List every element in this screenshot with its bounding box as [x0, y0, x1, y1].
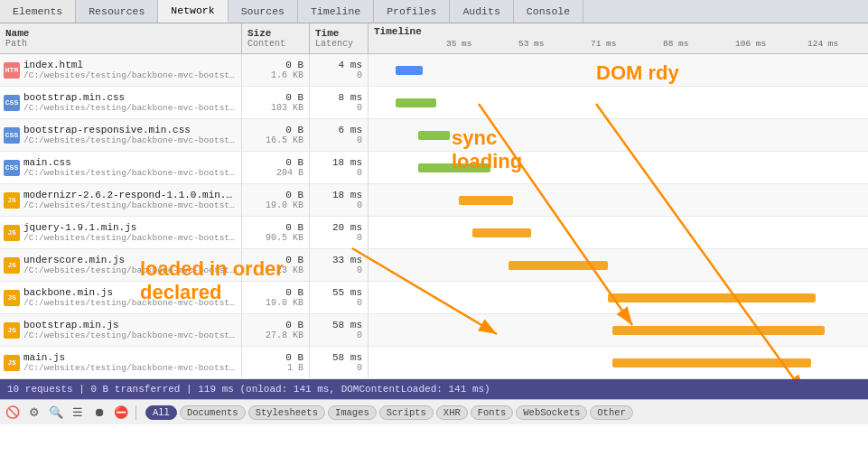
name-inner: underscore.min.js/C:/websites/testing/ba… — [23, 255, 238, 275]
clear-button[interactable]: 🚫 — [4, 404, 22, 422]
filter-tag-documents[interactable]: Documents — [180, 405, 246, 420]
filter-button[interactable]: ⚙ — [25, 404, 43, 422]
file-name: index.html — [23, 60, 238, 70]
name-header-main: Name — [5, 28, 236, 39]
size-bottom: 1.6 KB — [271, 70, 303, 80]
filter-tag-xhr[interactable]: XHR — [436, 405, 468, 420]
time-top: 18 ms — [332, 157, 362, 168]
size-bottom: 23 KB — [276, 265, 303, 275]
table-row[interactable]: JSmain.js/C:/websites/testing/backbone-m… — [0, 347, 868, 379]
time-bottom: 0 — [357, 200, 362, 210]
size-bottom: 1 B — [287, 363, 303, 373]
cell-time: 20 ms0 — [310, 217, 369, 248]
name-column-header[interactable]: Name Path — [0, 23, 242, 53]
cell-time: 18 ms0 — [310, 152, 369, 183]
file-path: /C:/websites/testing/backbone-mvc-bootst… — [23, 298, 238, 308]
html-icon: HTM — [4, 62, 20, 79]
search-button[interactable]: 🔍 — [47, 404, 65, 422]
js-icon: JS — [4, 225, 20, 241]
timeline-bar — [418, 131, 450, 140]
cell-time: 55 ms0 — [310, 282, 369, 313]
list-button[interactable]: ☰ — [69, 404, 87, 422]
filter-tag-stylesheets[interactable]: Stylesheets — [248, 405, 325, 420]
time-bottom: 0 — [357, 70, 362, 80]
time-column-header[interactable]: Time Latency — [310, 23, 369, 53]
file-path: /C:/websites/testing/backbone-mvc-bootst… — [23, 330, 238, 340]
file-name: jquery-1.9.1.min.js — [23, 222, 238, 233]
file-name: underscore.min.js — [23, 255, 238, 265]
cell-timeline — [369, 87, 868, 118]
filter-tag-other[interactable]: Other — [590, 405, 633, 420]
timeline-tick: 71 ms — [591, 39, 617, 49]
tab-network[interactable]: Network — [158, 0, 228, 23]
cell-timeline — [369, 347, 868, 378]
timeline-bar — [418, 163, 490, 172]
table-header: Name Path Size Content Time Latency Time… — [0, 23, 868, 54]
js-icon: JS — [4, 257, 20, 274]
file-name: backbone.min.js — [23, 287, 238, 298]
tab-resources[interactable]: Resources — [76, 0, 158, 23]
tab-timeline[interactable]: Timeline — [298, 0, 374, 23]
cell-timeline — [369, 152, 868, 183]
filter-tag-all[interactable]: All — [145, 405, 177, 420]
table-row[interactable]: JSjquery-1.9.1.min.js/C:/websites/testin… — [0, 217, 868, 249]
tab-profiles[interactable]: Profiles — [374, 0, 450, 23]
main-area: HTMindex.html/C:/websites/testing/backbo… — [0, 54, 868, 379]
stop-button[interactable]: ⛔ — [112, 404, 130, 422]
table-row[interactable]: CSSbootstrap-responsive.min.css/C:/websi… — [0, 119, 868, 152]
timeline-ticks: 35 ms53 ms71 ms88 ms106 ms124 ms141 ms — [374, 39, 863, 51]
table-row[interactable]: JSunderscore.min.js/C:/websites/testing/… — [0, 249, 868, 282]
timeline-bar — [459, 196, 513, 205]
table-row[interactable]: CSSbootstrap.min.css/C:/websites/testing… — [0, 87, 868, 119]
time-top: 58 ms — [332, 320, 362, 330]
timeline-bar — [612, 326, 825, 335]
time-bottom: 0 — [357, 103, 362, 113]
cell-size: 0 B19.0 KB — [242, 282, 310, 313]
tab-audits[interactable]: Audits — [450, 0, 513, 23]
size-bottom: 103 KB — [271, 103, 303, 113]
rows-container: HTMindex.html/C:/websites/testing/backbo… — [0, 54, 868, 379]
time-top: 33 ms — [332, 255, 362, 265]
table-row[interactable]: JSbackbone.min.js/C:/websites/testing/ba… — [0, 282, 868, 314]
cell-size: 0 B90.5 KB — [242, 217, 310, 248]
timeline-tick: 106 ms — [735, 39, 766, 49]
filter-tag-images[interactable]: Images — [328, 405, 377, 420]
cell-size: 0 B16.5 KB — [242, 119, 310, 151]
size-column-header[interactable]: Size Content — [242, 23, 310, 53]
filter-tag-scripts[interactable]: Scripts — [379, 405, 434, 420]
timeline-bar — [396, 66, 423, 75]
file-path: /C:/websites/testing/backbone-mvc-bootst… — [23, 135, 238, 145]
cell-timeline — [369, 217, 868, 248]
table-row[interactable]: JSmodernizr-2.6.2-respond-1.1.0.min.js/C… — [0, 184, 868, 217]
filter-tag-websockets[interactable]: WebSockets — [516, 405, 587, 420]
table-row[interactable]: HTMindex.html/C:/websites/testing/backbo… — [0, 54, 868, 87]
file-path: /C:/websites/testing/backbone-mvc-bootst… — [23, 200, 238, 210]
size-top: 0 B — [285, 157, 303, 168]
cell-timeline — [369, 119, 868, 151]
table-row[interactable]: CSSmain.css/C:/websites/testing/backbone… — [0, 152, 868, 184]
record-button[interactable]: ⏺ — [90, 404, 108, 422]
timeline-bar — [396, 98, 436, 107]
name-inner: bootstrap.min.css/C:/websites/testing/ba… — [23, 92, 238, 113]
timeline-bar — [509, 261, 608, 270]
size-bottom: 16.5 KB — [266, 135, 303, 145]
tab-console[interactable]: Console — [514, 0, 583, 23]
time-bottom: 0 — [357, 135, 362, 145]
size-header-sub: Content — [247, 39, 303, 49]
tab-sources[interactable]: Sources — [229, 0, 298, 23]
timeline-bar — [612, 358, 811, 367]
cell-time: 8 ms0 — [310, 87, 369, 118]
toolbar-separator — [135, 405, 136, 420]
size-header-main: Size — [247, 28, 303, 39]
timeline-column-header: Timeline 35 ms53 ms71 ms88 ms106 ms124 m… — [369, 23, 868, 53]
tab-elements[interactable]: Elements — [0, 0, 76, 23]
filter-tag-fonts[interactable]: Fonts — [471, 405, 514, 420]
cell-name: CSSbootstrap.min.css/C:/websites/testing… — [0, 87, 242, 118]
file-name: bootstrap.min.js — [23, 320, 238, 330]
filter-tags: AllDocumentsStylesheetsImagesScriptsXHRF… — [145, 405, 633, 420]
cell-size: 0 B1 B — [242, 347, 310, 378]
size-top: 0 B — [285, 60, 303, 70]
cell-name: JSbackbone.min.js/C:/websites/testing/ba… — [0, 282, 242, 313]
table-row[interactable]: JSbootstrap.min.js/C:/websites/testing/b… — [0, 314, 868, 347]
name-inner: backbone.min.js/C:/websites/testing/back… — [23, 287, 238, 308]
